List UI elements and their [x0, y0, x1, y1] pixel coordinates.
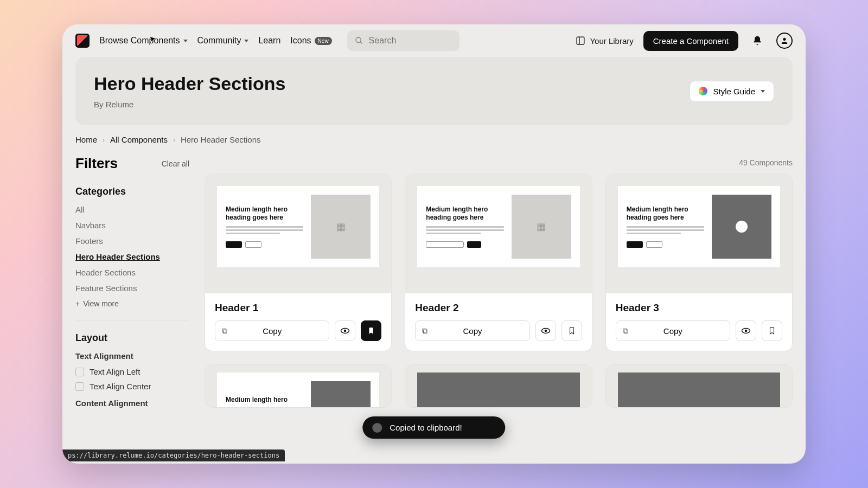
bookmark-icon — [367, 326, 375, 335]
page-banner: Hero Header Sections By Relume Style Gui… — [75, 57, 793, 125]
component-card: Medium length hero heading goes here ▦ H… — [405, 174, 592, 351]
nav-learn-label: Learn — [258, 36, 280, 46]
nav-learn[interactable]: Learn — [258, 36, 280, 46]
notifications-button[interactable] — [748, 31, 767, 50]
clear-all-button[interactable]: Clear all — [162, 159, 189, 168]
component-card — [405, 364, 592, 408]
nav-community[interactable]: Community — [197, 36, 249, 46]
bookmark-button[interactable] — [561, 320, 582, 341]
copy-button[interactable]: ⧉Copy — [616, 320, 730, 341]
bookmark-button[interactable] — [361, 320, 381, 341]
your-library-label: Your Library — [590, 36, 633, 46]
mockup — [417, 373, 579, 408]
image-placeholder-icon: ▦ — [512, 195, 571, 259]
component-preview[interactable] — [405, 365, 591, 408]
copy-label: Copy — [463, 326, 482, 336]
nav-icons[interactable]: IconsNew — [290, 36, 331, 46]
divider — [75, 320, 189, 320]
style-guide-label: Style Guide — [713, 87, 755, 96]
component-preview[interactable]: Medium length hero heading goes here — [606, 174, 792, 293]
component-card: Medium length hero heading goes here ▦ H… — [205, 174, 392, 351]
component-preview[interactable]: Medium length hero — [205, 365, 391, 408]
toast-message: Copied to clipboard! — [390, 423, 462, 432]
copy-label: Copy — [263, 326, 282, 336]
mock-heading: Medium length hero heading goes here — [627, 206, 704, 222]
cat-feature[interactable]: Feature Sections — [75, 284, 189, 293]
mock-buttons — [226, 241, 303, 248]
view-more-button[interactable]: +View more — [75, 299, 189, 308]
account-avatar[interactable] — [776, 33, 793, 49]
mockup: Medium length hero — [217, 373, 379, 408]
view-more-label: View more — [83, 299, 119, 308]
nav-browse-label: Browse Components — [99, 36, 180, 46]
layout-heading: Layout — [75, 332, 189, 344]
cat-navbars[interactable]: Navbars — [75, 221, 189, 230]
image-placeholder-icon — [618, 373, 780, 408]
mockup — [618, 373, 780, 408]
preview-button[interactable] — [335, 320, 355, 341]
mockup: Medium length hero heading goes here — [618, 186, 780, 267]
mock-text-lines — [226, 226, 303, 236]
results-main: 49 Components Medium length hero heading… — [205, 155, 793, 459]
chevron-right-icon: › — [103, 136, 105, 144]
cat-footers[interactable]: Footers — [75, 236, 189, 246]
cat-all[interactable]: All — [75, 205, 189, 214]
style-guide-button[interactable]: Style Guide — [690, 81, 774, 102]
copy-icon: ⧉ — [222, 326, 227, 336]
page-byline: By Relume — [94, 100, 285, 109]
your-library-link[interactable]: Your Library — [576, 36, 633, 46]
preview-button[interactable] — [535, 320, 556, 341]
mock-heading: Medium length hero heading goes here — [426, 206, 503, 222]
eye-icon — [541, 326, 551, 336]
image-placeholder-icon — [311, 381, 371, 408]
mock-input-row — [426, 241, 503, 248]
app-window: ➤ Browse Components Community Learn Icon… — [62, 24, 806, 464]
nav-browse[interactable]: Browse Components — [99, 36, 188, 46]
create-component-button[interactable]: Create a Component — [643, 31, 738, 51]
search-input[interactable]: Search — [347, 30, 459, 51]
library-icon — [576, 36, 585, 46]
toast-notification: Copied to clipboard! — [362, 416, 505, 439]
crumb-all[interactable]: All Components — [110, 135, 168, 144]
svg-point-0 — [356, 37, 361, 42]
bookmark-button[interactable] — [762, 320, 782, 341]
page-title: Hero Header Sections — [94, 73, 285, 94]
cat-hero-header[interactable]: Hero Header Sections — [75, 252, 189, 261]
chk-align-left[interactable]: Text Align Left — [75, 367, 189, 376]
svg-line-1 — [360, 42, 362, 43]
nav-icons-label: Icons — [290, 36, 311, 46]
mock-text-lines — [627, 226, 704, 236]
cat-header[interactable]: Header Sections — [75, 268, 189, 277]
svg-rect-2 — [577, 37, 585, 44]
component-preview[interactable]: Medium length hero heading goes here ▦ — [405, 174, 591, 293]
checkbox-icon — [75, 382, 84, 391]
preview-button[interactable] — [736, 320, 756, 341]
results-count: 49 Components — [205, 158, 793, 167]
logo-icon[interactable] — [75, 34, 90, 48]
component-preview[interactable]: Medium length hero heading goes here ▦ — [205, 174, 391, 293]
status-url-hint: ps://library.relume.io/categories/hero-h… — [62, 450, 285, 461]
video-placeholder-icon — [712, 195, 771, 259]
svg-point-4 — [783, 38, 786, 41]
chevron-down-icon — [244, 40, 248, 42]
chk-align-center-label: Text Align Center — [90, 382, 151, 391]
component-preview[interactable] — [606, 365, 792, 408]
chevron-right-icon: › — [173, 136, 175, 144]
component-grid-row2: Medium length hero — [205, 364, 793, 408]
component-card: Medium length hero — [205, 364, 392, 408]
filters-sidebar: Filters Clear all Categories All Navbars… — [75, 155, 189, 459]
user-icon — [780, 36, 789, 45]
mockup: Medium length hero heading goes here ▦ — [217, 186, 379, 267]
bookmark-icon — [768, 326, 776, 335]
component-card — [605, 364, 793, 408]
chk-align-center[interactable]: Text Align Center — [75, 382, 189, 391]
copy-button[interactable]: ⧉Copy — [215, 320, 329, 341]
chevron-down-icon — [183, 40, 188, 42]
eye-icon — [741, 326, 751, 336]
content-body: Filters Clear all Categories All Navbars… — [62, 144, 806, 459]
component-title: Header 2 — [415, 302, 582, 314]
svg-point-6 — [344, 330, 347, 332]
copy-button[interactable]: ⧉Copy — [415, 320, 529, 341]
crumb-home[interactable]: Home — [75, 135, 97, 144]
component-grid: Medium length hero heading goes here ▦ H… — [205, 174, 793, 351]
